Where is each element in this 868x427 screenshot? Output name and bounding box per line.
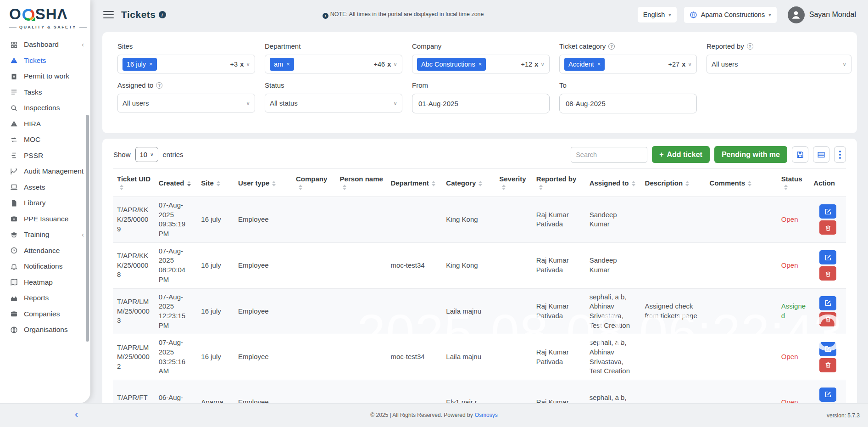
edit-ticket-button[interactable]: [819, 388, 836, 402]
to-date-input[interactable]: 08-Aug-2025: [559, 94, 697, 113]
sidebar-item-permit-to-work[interactable]: Permit to work: [0, 68, 90, 84]
sidebar-item-companies[interactable]: Companies: [0, 306, 90, 322]
globe-icon: [10, 326, 18, 334]
sort-icon: [784, 185, 788, 190]
col-site[interactable]: Site: [197, 169, 234, 197]
sort-icon: [217, 181, 220, 186]
clear-all-icon[interactable]: x: [682, 61, 685, 68]
briefcase-icon: [10, 310, 18, 318]
edit-ticket-button[interactable]: [819, 296, 836, 310]
col-assigned-to[interactable]: Assigned to: [586, 169, 641, 197]
caret-down-icon: ∨: [540, 61, 545, 67]
column-view-button[interactable]: [813, 146, 829, 163]
delete-ticket-button[interactable]: [819, 312, 836, 326]
col-user-type[interactable]: User type: [234, 169, 292, 197]
chip-close-icon[interactable]: ×: [597, 61, 601, 67]
department-chip[interactable]: am×: [270, 58, 294, 71]
reported-by-select[interactable]: All users∨: [707, 55, 851, 73]
hamburger-menu-icon[interactable]: [103, 9, 114, 21]
user-menu[interactable]: Sayan Mondal: [788, 6, 856, 23]
col-description[interactable]: Description: [641, 169, 706, 197]
chip-close-icon[interactable]: ×: [286, 61, 290, 67]
add-ticket-button[interactable]: +Add ticket: [652, 146, 710, 163]
delete-ticket-button[interactable]: [819, 358, 836, 372]
sidebar-collapse-chevron[interactable]: ‹: [75, 409, 78, 421]
sidebar-item-heatmap[interactable]: Heatmap: [0, 275, 90, 291]
clear-all-icon[interactable]: x: [387, 61, 391, 68]
ticket-category-multiselect[interactable]: Accident× +27x∨: [559, 55, 697, 73]
sidebar-item-audit-management[interactable]: Audit Management: [0, 163, 90, 180]
sidebar-item-ppe-issuance[interactable]: PPE Issuance: [0, 211, 90, 227]
col-comments[interactable]: Comments: [706, 169, 778, 197]
sidebar-item-hira[interactable]: HIRA: [0, 116, 90, 132]
col-severity[interactable]: Severity: [495, 169, 533, 197]
filter-sites: Sites 16 july× +3x∨: [117, 42, 255, 73]
col-status[interactable]: Status: [778, 169, 810, 197]
export-save-button[interactable]: [792, 146, 808, 163]
avatar: [788, 6, 805, 23]
col-category[interactable]: Category: [442, 169, 495, 197]
sidebar-item-moc[interactable]: MOC: [0, 132, 90, 148]
col-reported-by[interactable]: Reported by: [533, 169, 586, 197]
col-person-name[interactable]: Person name: [336, 169, 387, 197]
sites-chip[interactable]: 16 july×: [122, 58, 157, 71]
col-department[interactable]: Department: [387, 169, 442, 197]
chart-line-icon: [10, 168, 18, 175]
osmosys-link[interactable]: Osmosys: [475, 412, 498, 418]
sidebar-item-attendance[interactable]: Attendance: [0, 243, 90, 259]
pending-with-me-button[interactable]: Pending with me: [714, 146, 787, 163]
help-icon[interactable]: ?: [156, 82, 162, 89]
col-created[interactable]: Created: [155, 169, 198, 197]
sidebar-item-organisations[interactable]: Organisations: [0, 322, 90, 338]
category-chip[interactable]: Accident×: [564, 58, 605, 71]
col-ticket-uid[interactable]: Ticket UID: [113, 169, 155, 197]
from-date-input[interactable]: 01-Aug-2025: [412, 94, 550, 113]
help-icon[interactable]: ?: [608, 43, 615, 50]
status-badge: Open: [778, 197, 810, 243]
more-options-button[interactable]: [834, 146, 846, 163]
clear-all-icon[interactable]: x: [534, 61, 538, 68]
filters-panel: Sites 16 july× +3x∨ Department am× +46x∨…: [102, 32, 857, 133]
edit-ticket-button[interactable]: [819, 342, 836, 356]
delete-ticket-button[interactable]: [819, 266, 836, 281]
clear-all-icon[interactable]: x: [240, 61, 244, 68]
sidebar-item-pssr[interactable]: PSSR: [0, 148, 90, 164]
clock-icon: [10, 247, 18, 254]
sidebar-item-training[interactable]: Training‹: [0, 227, 90, 243]
help-icon[interactable]: ?: [747, 43, 753, 50]
sidebar-item-library[interactable]: Library: [0, 195, 90, 211]
organisation-selector[interactable]: Aparna Constructions ▾: [684, 7, 777, 23]
info-icon[interactable]: i: [159, 11, 166, 18]
company-chip[interactable]: Abc Constructions×: [417, 58, 486, 71]
search-input[interactable]: [571, 147, 647, 163]
assigned-to-select[interactable]: All users∨: [117, 94, 255, 112]
sites-multiselect[interactable]: 16 july× +3x∨: [117, 55, 255, 73]
briefcase-plus-icon: [10, 215, 18, 223]
department-multiselect[interactable]: am× +46x∨: [265, 55, 402, 73]
sidebar-item-dashboard[interactable]: Dashboard‹: [0, 37, 90, 53]
sidebar-scrollbar[interactable]: [86, 115, 89, 342]
sidebar-item-inspections[interactable]: Inspections: [0, 100, 90, 116]
edit-pencil-icon: [824, 208, 832, 215]
page-size-select[interactable]: 10∨: [135, 147, 158, 162]
sort-icon: [343, 185, 346, 190]
edit-ticket-button[interactable]: [819, 204, 836, 219]
sidebar-item-tickets[interactable]: Tickets: [0, 53, 90, 69]
chip-close-icon[interactable]: ×: [149, 61, 153, 67]
status-select[interactable]: All status∨: [265, 94, 402, 112]
chip-close-icon[interactable]: ×: [479, 61, 482, 67]
edit-ticket-button[interactable]: [819, 250, 836, 264]
save-floppy-icon: [796, 151, 804, 159]
filter-reported-by: Reported by? All users∨: [707, 42, 851, 73]
sort-icon: [299, 185, 302, 190]
sidebar-item-notifications[interactable]: Notifications: [0, 258, 90, 275]
version-label: version: 5.7.3: [827, 412, 860, 419]
sidebar-item-assets[interactable]: Assets: [0, 180, 90, 196]
language-selector[interactable]: English ▾: [638, 7, 677, 22]
col-company[interactable]: Company: [292, 169, 336, 197]
sidebar-item-reports[interactable]: Reports: [0, 290, 90, 306]
list-icon: [10, 88, 18, 96]
company-multiselect[interactable]: Abc Constructions× +12x∨: [412, 55, 550, 73]
sidebar-item-tasks[interactable]: Tasks: [0, 84, 90, 101]
delete-ticket-button[interactable]: [819, 220, 836, 235]
